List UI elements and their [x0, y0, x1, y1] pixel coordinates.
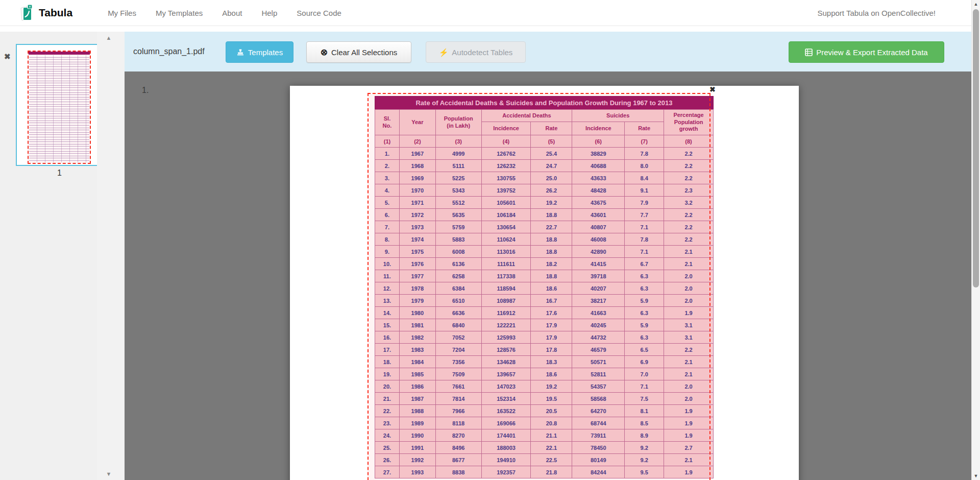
tabula-logo-icon	[19, 4, 34, 22]
document-filename: column_span_1.pdf	[133, 32, 205, 71]
lightning-bolt-icon: ⚡	[439, 49, 449, 56]
brand[interactable]: Tabula	[19, 4, 72, 22]
sidebar-scroll-up-icon[interactable]: ▲	[97, 35, 120, 41]
nav-item-my-files[interactable]: My Files	[108, 0, 136, 26]
nav-item-help[interactable]: Help	[261, 0, 277, 26]
scroll-down-icon[interactable]: ▼	[972, 473, 980, 478]
nav-links: My Files My Templates About Help Source …	[108, 0, 341, 26]
remove-page-icon[interactable]: ✖	[4, 52, 11, 61]
preview-export-button[interactable]: Preview & Export Extracted Data	[789, 41, 944, 63]
stamp-icon	[236, 49, 244, 56]
page-thumbnail[interactable]	[16, 44, 103, 166]
preview-export-label: Preview & Export Extracted Data	[816, 48, 927, 57]
thumbnail-selection-box	[28, 51, 91, 164]
scroll-up-icon[interactable]: ▲	[972, 2, 980, 7]
autodetect-tables-button[interactable]: ⚡ Autodetect Tables	[426, 41, 526, 63]
pdf-page[interactable]: Rate of Accidental Deaths & Suicides and…	[290, 86, 799, 480]
table-selection-box[interactable]	[368, 93, 710, 480]
thumbnail-page-number: 1	[16, 169, 103, 178]
selection-close-icon[interactable]: ✖	[709, 86, 716, 93]
page-thumbnail-sidebar: ✖ 1 ▲ ▼	[0, 32, 125, 480]
brand-title[interactable]: Tabula	[39, 7, 72, 19]
thumbnail-table-grid	[29, 55, 89, 162]
sidebar-scrollbar[interactable]: ▲ ▼	[97, 32, 125, 480]
templates-button-label: Templates	[248, 48, 283, 57]
support-link[interactable]: Support Tabula on OpenCollective!	[817, 9, 971, 17]
document-viewport[interactable]: 1. Rate of Accidental Deaths & Suicides …	[125, 71, 971, 480]
top-navbar: Tabula My Files My Templates About Help …	[0, 0, 971, 26]
nav-item-source-code[interactable]: Source Code	[297, 0, 341, 26]
templates-button[interactable]: Templates	[226, 41, 293, 63]
clear-all-selections-button[interactable]: ⊗ Clear All Selections	[306, 41, 411, 63]
main-scrollbar[interactable]: ▲ ▼	[971, 0, 980, 480]
nav-item-about[interactable]: About	[222, 0, 242, 26]
toolbar: column_span_1.pdf Templates ⊗ Clear All …	[125, 32, 971, 71]
table-list-icon	[805, 49, 813, 56]
nav-item-my-templates[interactable]: My Templates	[156, 0, 203, 26]
scrollbar-thumb[interactable]	[973, 9, 979, 287]
page-annotation: 1.	[142, 86, 149, 95]
clear-selections-label: Clear All Selections	[331, 48, 397, 57]
sidebar-scroll-down-icon[interactable]: ▼	[97, 471, 120, 477]
clear-selections-icon: ⊗	[321, 48, 328, 57]
autodetect-label: Autodetect Tables	[452, 48, 512, 57]
thumbnail-table-titlebar	[29, 52, 90, 55]
